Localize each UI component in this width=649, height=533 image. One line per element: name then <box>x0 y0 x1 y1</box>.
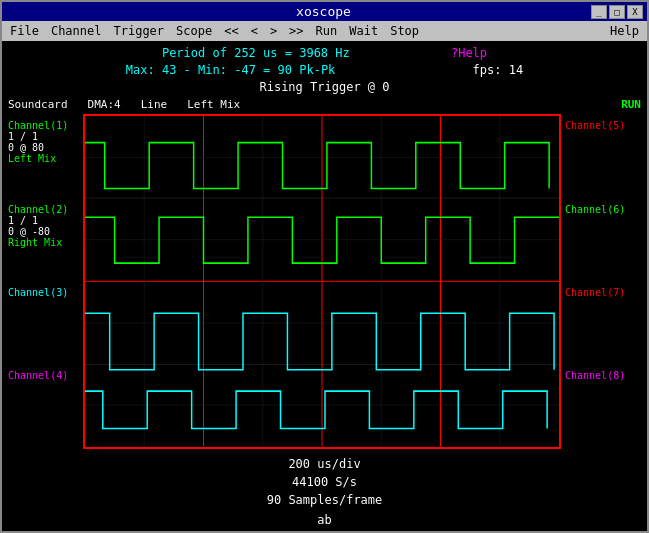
mix-label: Left Mix <box>187 98 240 111</box>
menu-channel[interactable]: Channel <box>45 23 108 39</box>
status-bar: Soundcard DMA:4 Line Left Mix RUN <box>4 97 645 112</box>
main-area: Period of 252 us = 3968 Hz ?Help Max: 43… <box>2 41 647 531</box>
waveform-svg <box>85 116 559 447</box>
fps-text: fps: 14 <box>473 63 524 77</box>
rch5-title: Channel(5) <box>565 120 625 131</box>
sample-rate-label: 44100 S/s <box>4 473 645 491</box>
maxmin-text: Max: 43 - Min: -47 = 90 Pk-Pk <box>126 63 336 77</box>
ab-label: ab <box>4 511 645 529</box>
status-left: Soundcard DMA:4 Line Left Mix <box>8 98 240 111</box>
menu-rewind2[interactable]: << <box>218 23 244 39</box>
period-text: Period of 252 us = 3968 Hz <box>162 46 350 60</box>
bottom-info: 200 us/div 44100 S/s 90 Samples/frame <box>4 451 645 511</box>
maximize-button[interactable]: □ <box>609 5 625 19</box>
minimize-button[interactable]: _ <box>591 5 607 19</box>
ch2-sub3: Right Mix <box>8 237 83 248</box>
trigger-display: Rising Trigger @ 0 <box>4 79 645 96</box>
run-indicator: RUN <box>621 98 641 111</box>
menu-file[interactable]: File <box>4 23 45 39</box>
left-channel-labels: Channel(1) 1 / 1 0 @ 80 Left Mix Channel… <box>8 114 83 449</box>
time-div-label: 200 us/div <box>4 455 645 473</box>
ch3-label: Channel(3) <box>8 283 83 366</box>
help-label[interactable]: Help <box>458 46 487 60</box>
period-display: Period of 252 us = 3968 Hz ?Help <box>4 45 645 62</box>
menu-wait[interactable]: Wait <box>343 23 384 39</box>
menu-forward2[interactable]: >> <box>283 23 309 39</box>
ch4-label: Channel(4) <box>8 366 83 449</box>
dma-label: DMA:4 <box>88 98 121 111</box>
ch2-label: Channel(2) 1 / 1 0 @ -80 Right Mix <box>8 200 83 283</box>
ch2-sub1: 1 / 1 <box>8 215 83 226</box>
close-button[interactable]: X <box>627 5 643 19</box>
scope-display <box>83 114 561 449</box>
menu-run[interactable]: Run <box>310 23 344 39</box>
rch7-title: Channel(7) <box>565 287 625 298</box>
title-bar: xoscope _ □ X <box>2 2 647 21</box>
soundcard-label: Soundcard <box>8 98 68 111</box>
scope-container: Channel(1) 1 / 1 0 @ 80 Left Mix Channel… <box>4 112 645 451</box>
menu-forward[interactable]: > <box>264 23 283 39</box>
menu-bar: File Channel Trigger Scope << < > >> Run… <box>2 21 647 41</box>
rch8-title: Channel(8) <box>565 370 625 381</box>
line-label: Line <box>141 98 168 111</box>
rch5-label: Channel(5) <box>565 116 641 199</box>
rch6-title: Channel(6) <box>565 204 625 215</box>
ch1-sub3: Left Mix <box>8 153 83 164</box>
window-title: xoscope <box>56 4 591 19</box>
ch2-title: Channel(2) <box>8 204 83 215</box>
rch7-label: Channel(7) <box>565 283 641 366</box>
ch2-sub2: 0 @ -80 <box>8 226 83 237</box>
rch8-label: Channel(8) <box>565 366 641 449</box>
ch1-label: Channel(1) 1 / 1 0 @ 80 Left Mix <box>8 116 83 199</box>
ch1-title: Channel(1) <box>8 120 83 131</box>
main-window: xoscope _ □ X File Channel Trigger Scope… <box>0 0 649 533</box>
ch4-title: Channel(4) <box>8 370 83 381</box>
right-channel-labels: Channel(5) Channel(6) Channel(7) Channel… <box>561 114 641 449</box>
ch3-title: Channel(3) <box>8 287 83 298</box>
ch1-sub1: 1 / 1 <box>8 131 83 142</box>
trigger-text: Rising Trigger @ 0 <box>259 80 389 94</box>
menu-scope[interactable]: Scope <box>170 23 218 39</box>
samples-frame-label: 90 Samples/frame <box>4 491 645 509</box>
maxmin-display: Max: 43 - Min: -47 = 90 Pk-Pk fps: 14 <box>4 62 645 79</box>
menu-stop[interactable]: Stop <box>384 23 425 39</box>
window-controls: _ □ X <box>591 5 643 19</box>
menu-back[interactable]: < <box>245 23 264 39</box>
menu-trigger[interactable]: Trigger <box>107 23 170 39</box>
menu-help[interactable]: Help <box>604 23 645 39</box>
rch6-label: Channel(6) <box>565 200 641 283</box>
ch1-sub2: 0 @ 80 <box>8 142 83 153</box>
info-bar: Period of 252 us = 3968 Hz ?Help Max: 43… <box>4 43 645 97</box>
